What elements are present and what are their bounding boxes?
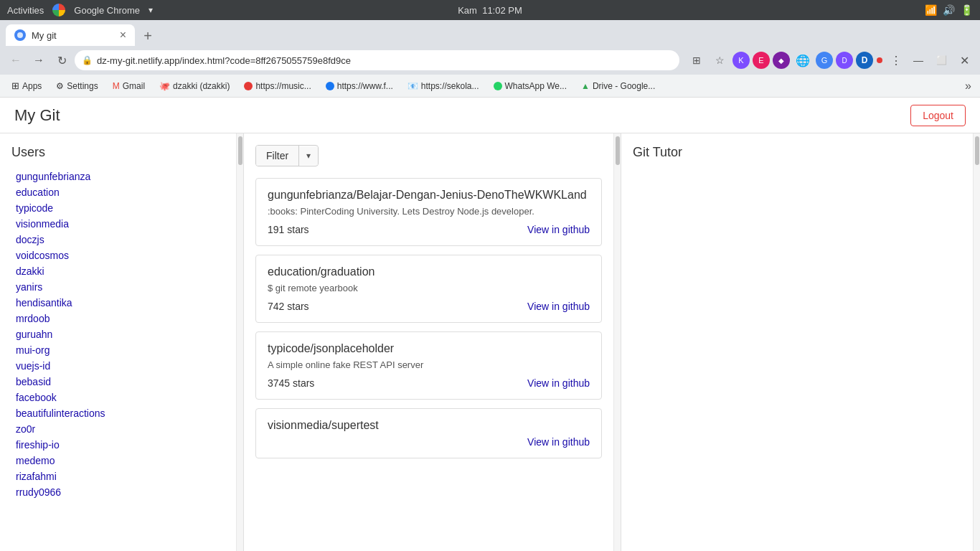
activities-label[interactable]: Activities [7,5,44,16]
filter-button[interactable]: Filter ▾ [255,145,319,166]
star-icon[interactable]: ☆ [710,50,730,70]
user-list-item[interactable]: beautifulinteractions [11,405,225,421]
gmail-label: Gmail [123,81,145,91]
os-bar-left: Activities Google Chrome ▾ [7,4,153,17]
bookmark-gmail[interactable]: M Gmail [107,80,151,93]
menu-button[interactable]: ⋮ [885,50,905,70]
user-list-item[interactable]: yanirs [11,279,225,295]
bookmark-apps[interactable]: ⊞ Apps [6,79,47,93]
tutor-scrollbar[interactable] [973,133,980,551]
bookmark-music[interactable]: https://music... [238,80,316,93]
bookmarks-bar: ⊞ Apps ⚙ Settings M Gmail 🐙 dzakki (dzak… [0,75,980,98]
logout-button[interactable]: Logout [910,105,966,126]
filter-label[interactable]: Filter [256,146,299,166]
browser-name-label: Google Chrome [74,5,140,16]
sekola-icon: 📧 [407,81,418,91]
repo-name: typicode/jsonplaceholder [268,342,590,355]
avatar-btn[interactable]: D [856,52,873,69]
view-github-link[interactable]: View in github [527,224,590,235]
tab-bar: My git × + [0,20,980,46]
address-bar: ← → ↻ 🔒 dz-my-git.netlify.app/index.html… [0,46,980,75]
tab-title: My git [32,30,114,41]
url-text: dz-my-git.netlify.app/index.html?code=8f… [97,55,672,66]
user-list-item[interactable]: rrudy0966 [11,484,225,500]
repo-footer: 3745 stars View in github [268,377,590,389]
repo-name: visionmedia/supertest [268,419,590,432]
user-list-item[interactable]: visionmedia [11,216,225,232]
user-list-item[interactable]: medemo [11,453,225,468]
extension-icon-2[interactable]: D [836,52,853,69]
profile-icon-3[interactable]: ◆ [773,52,790,69]
repos-scrollbar[interactable] [613,133,621,551]
music-label: https://music... [255,81,311,91]
repo-desc: :books: PinterCoding University. Lets De… [268,206,590,217]
profile-icon-1[interactable]: K [732,52,750,69]
repo-footer: 191 stars View in github [268,224,590,235]
whatsapp-label: WhatsApp We... [505,81,567,91]
user-list-item[interactable]: guruahn [11,326,225,342]
bookmark-settings[interactable]: ⚙ Settings [50,80,103,93]
user-list-item[interactable]: fireship-io [11,437,225,453]
reload-button[interactable]: ↻ [52,50,72,70]
music-icon [244,82,253,90]
user-list-item[interactable]: vuejs-id [11,358,225,374]
user-list-item[interactable]: doczjs [11,232,225,248]
user-list-item[interactable]: gungunfebrianza [11,169,225,184]
sekola-label: https://sekola... [421,81,479,91]
dropdown-arrow[interactable]: ▾ [149,5,153,15]
filter-caret[interactable]: ▾ [299,146,318,165]
profile-icon-2[interactable]: E [753,52,770,69]
gmail-icon: M [113,81,120,91]
new-tab-button[interactable]: + [138,26,158,46]
settings-icon: ⚙ [56,81,64,91]
repo-name: gungunfebrianza/Belajar-Dengan-Jenius-De… [268,189,590,202]
repos-section: Filter ▾ gungunfebrianza/Belajar-Dengan-… [244,133,621,551]
extension-icon-1[interactable]: G [816,52,833,69]
back-button[interactable]: ← [6,50,26,70]
user-list-item[interactable]: hendisantika [11,295,225,311]
earth-icon[interactable]: 🌐 [793,50,813,70]
repo-name: education/graduation [268,265,590,278]
user-list-item[interactable]: facebook [11,390,225,405]
tutor-title: Git Tutor [633,145,961,160]
user-list-item[interactable]: bebasid [11,374,225,390]
repo-footer: View in github [268,436,590,448]
app-content: My Git Logout Users gungunfebrianzaeduca… [0,98,980,551]
extensions-icon[interactable]: ⊞ [687,50,707,70]
battery-icon: 🔋 [961,4,973,16]
repo-footer: 742 stars View in github [268,301,590,312]
close-button[interactable]: ✕ [954,50,974,70]
minimize-button[interactable]: — [908,50,928,70]
main-layout: Users gungunfebrianzaeducationtypicodevi… [0,133,980,551]
page-title: My Git [14,106,60,125]
browser-chrome: My git × + ← → ↻ 🔒 dz-my-git.netlify.app… [0,20,980,98]
forward-button[interactable]: → [29,50,49,70]
active-tab[interactable]: My git × [6,24,135,46]
url-bar[interactable]: 🔒 dz-my-git.netlify.app/index.html?code=… [75,50,679,70]
wifi-icon: 📶 [925,4,937,16]
user-list-item[interactable]: mrdoob [11,311,225,326]
repo-stars: 3745 stars [268,377,314,389]
sidebar-scrollbar[interactable] [236,133,243,551]
user-list-item[interactable]: voidcosmos [11,248,225,263]
bookmark-dzakki[interactable]: 🐙 dzakki (dzakki) [154,80,235,93]
apps-grid-icon: ⊞ [11,80,19,91]
bookmark-facebook[interactable]: https://www.f... [320,80,399,93]
user-list-item[interactable]: mui-org [11,342,225,358]
more-bookmarks-button[interactable]: » [962,80,974,93]
bookmark-drive[interactable]: ▲ Drive - Google... [575,80,661,93]
user-list-item[interactable]: education [11,184,225,200]
repo-desc: $ git remote yearbook [268,283,590,293]
maximize-button[interactable]: ⬜ [931,50,951,70]
view-github-link[interactable]: View in github [527,301,590,312]
view-github-link[interactable]: View in github [527,377,590,389]
lock-icon: 🔒 [82,55,93,65]
view-github-link[interactable]: View in github [527,436,590,448]
tab-close-button[interactable]: × [120,29,126,41]
bookmark-whatsapp[interactable]: WhatsApp We... [488,80,573,93]
user-list-item[interactable]: zo0r [11,421,225,437]
user-list-item[interactable]: dzakki [11,263,225,279]
user-list-item[interactable]: typicode [11,200,225,216]
bookmark-sekola[interactable]: 📧 https://sekola... [402,80,485,93]
user-list-item[interactable]: rizafahmi [11,468,225,484]
